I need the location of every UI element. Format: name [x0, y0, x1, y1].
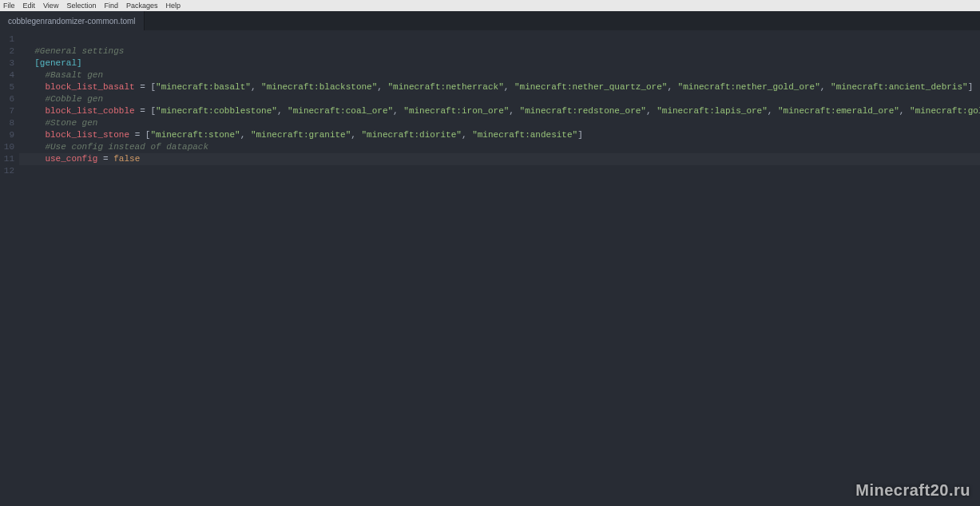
watermark: Minecraft20.ru [855, 481, 970, 500]
token: = [135, 82, 151, 92]
token: , [820, 82, 831, 92]
token: use_config [45, 154, 97, 164]
code-line[interactable]: block_list_cobble = ["minecraft:cobblest… [19, 105, 980, 117]
gutter: 123456789101112 [0, 30, 19, 506]
token: #General settings [34, 46, 124, 56]
token: "minecraft:ancient_debris" [831, 82, 968, 92]
token: , [899, 106, 910, 116]
line-number: 12 [0, 165, 19, 177]
token: ] [968, 82, 974, 92]
code-line[interactable] [19, 165, 980, 177]
token: , [462, 130, 472, 140]
token: , [768, 106, 778, 116]
line-number: 3 [0, 57, 19, 69]
token: , [393, 106, 403, 116]
code-line[interactable]: block_list_basalt = ["minecraft:basalt",… [19, 81, 980, 93]
line-number: 8 [0, 117, 19, 129]
token: block_list_basalt [45, 82, 134, 92]
token: , [277, 106, 288, 116]
token: #Cobble gen [45, 94, 103, 104]
token: , [251, 82, 261, 92]
token: #Stone gen [45, 118, 97, 128]
tab-active[interactable]: cobblegenrandomizer-common.toml [0, 11, 145, 30]
line-number: 7 [0, 105, 19, 117]
menu-bar: FileEditViewSelectionFindPackagesHelp [0, 0, 980, 11]
line-number: 11 [0, 153, 19, 165]
line-number: 2 [0, 45, 19, 57]
line-number: 1 [0, 34, 19, 45]
token: "minecraft:blackstone" [261, 82, 377, 92]
token: , [509, 106, 519, 116]
token: "minecraft:coal_ore" [288, 106, 393, 116]
code-line[interactable]: #General settings [19, 45, 980, 57]
token: , [351, 130, 361, 140]
token: "minecraft:netherrack" [388, 82, 504, 92]
line-number: 9 [0, 129, 19, 141]
code-line[interactable]: #Use config instead of datapack [19, 141, 980, 153]
line-number: 6 [0, 93, 19, 105]
code-area[interactable]: #General settings [general] #Basalt gen … [19, 30, 980, 506]
token: #Use config instead of datapack [45, 142, 208, 152]
token: "minecraft:basalt" [156, 82, 251, 92]
token: = [97, 154, 113, 164]
token: = [129, 130, 145, 140]
token: #Basalt gen [45, 70, 103, 80]
token: "minecraft:iron_ore" [403, 106, 509, 116]
token: "minecraft:emerald_ore" [778, 106, 899, 116]
code-line[interactable]: block_list_stone = ["minecraft:stone", "… [19, 129, 980, 141]
code-line[interactable]: use_config = false [19, 153, 980, 165]
tab-bar: cobblegenrandomizer-common.toml [0, 11, 980, 30]
token: "minecraft:granite" [251, 130, 351, 140]
token: , [667, 82, 677, 92]
token: "minecraft:redstone_ore" [520, 106, 646, 116]
menu-item-file[interactable]: File [3, 2, 15, 10]
token: "minecraft:gold_ore" [910, 106, 980, 116]
line-number: 4 [0, 69, 19, 81]
token: [general] [34, 58, 81, 68]
menu-item-selection[interactable]: Selection [66, 2, 96, 10]
editor[interactable]: 123456789101112 #General settings [gener… [0, 30, 980, 506]
code-line[interactable]: [general] [19, 57, 980, 69]
line-number: 10 [0, 141, 19, 153]
token: "minecraft:lapis_ore" [657, 106, 768, 116]
code-line[interactable]: #Basalt gen [19, 69, 980, 81]
code-line[interactable] [19, 34, 980, 45]
token: "minecraft:andesite" [472, 130, 577, 140]
tab-label: cobblegenrandomizer-common.toml [8, 17, 136, 26]
token: , [240, 130, 251, 140]
token: , [646, 106, 657, 116]
menu-item-find[interactable]: Find [104, 2, 118, 10]
token: "minecraft:diorite" [362, 130, 462, 140]
menu-item-help[interactable]: Help [165, 2, 181, 10]
line-number: 5 [0, 81, 19, 93]
token: ] [577, 130, 583, 140]
token: "minecraft:stone" [150, 130, 240, 140]
token: , [504, 82, 514, 92]
token: = [135, 106, 151, 116]
token: , [377, 82, 387, 92]
code-line[interactable]: #Stone gen [19, 117, 980, 129]
menu-item-view[interactable]: View [43, 2, 58, 10]
menu-item-edit[interactable]: Edit [23, 2, 36, 10]
token: block_list_stone [45, 130, 129, 140]
token: "minecraft:cobblestone" [156, 106, 277, 116]
token: false [113, 154, 140, 164]
token: "minecraft:nether_quartz_ore" [514, 82, 667, 92]
menu-item-packages[interactable]: Packages [126, 2, 158, 10]
token: block_list_cobble [45, 106, 134, 116]
code-line[interactable]: #Cobble gen [19, 93, 980, 105]
token: "minecraft:nether_gold_ore" [678, 82, 820, 92]
